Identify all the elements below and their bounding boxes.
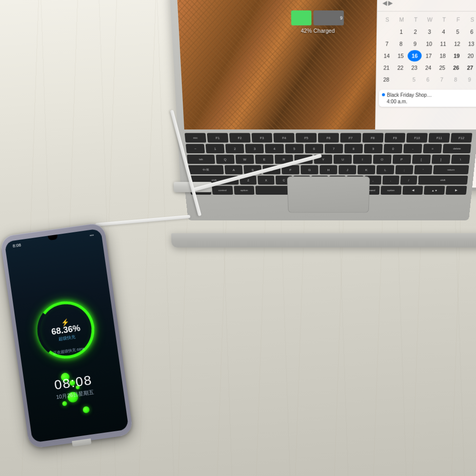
scene: 9 42% Charged ◀ ▶ bbox=[0, 0, 476, 476]
event-text: Black Friday Shop… 4:00 a.m. bbox=[387, 92, 432, 105]
cal-header-f: F bbox=[451, 14, 466, 26]
key: ; bbox=[395, 165, 413, 174]
key: F10 bbox=[407, 133, 428, 142]
cal-day: 26 bbox=[449, 62, 463, 73]
key: A bbox=[225, 165, 243, 174]
cal-day-today: 16 bbox=[407, 50, 422, 61]
key: P bbox=[392, 155, 411, 164]
cal-day: 1 bbox=[394, 26, 408, 37]
cal-day: 7 bbox=[435, 74, 449, 85]
cal-week-3: 14 15 16 17 18 19 20 bbox=[379, 50, 476, 61]
cal-day bbox=[393, 74, 407, 85]
cal-day: 15 bbox=[394, 50, 408, 61]
key: esc bbox=[185, 133, 206, 142]
macbook-keyboard-area: esc F1 F2 F3 F4 F5 F6 F7 F8 F9 F10 F11 F… bbox=[178, 129, 476, 220]
cal-day: 6 bbox=[465, 26, 476, 37]
key: 5 bbox=[285, 144, 303, 153]
key: F3 bbox=[251, 133, 273, 142]
key: 3 bbox=[245, 144, 264, 153]
key: G bbox=[301, 165, 318, 174]
key: F11 bbox=[428, 133, 450, 142]
event-title: Black Friday Shop… bbox=[387, 92, 432, 99]
cal-day: 10 bbox=[422, 38, 436, 50]
phone-status-time: 8:08 bbox=[12, 243, 21, 248]
key: 7 bbox=[325, 144, 343, 153]
key-row-1: esc F1 F2 F3 F4 F5 F6 F7 F8 F9 F10 F11 F… bbox=[185, 133, 472, 142]
key-arrow: ▶ bbox=[446, 186, 467, 195]
cal-day: 8 bbox=[394, 38, 408, 50]
cal-day: 22 bbox=[393, 62, 407, 73]
key: E bbox=[255, 155, 274, 164]
cal-day: 20 bbox=[463, 50, 476, 61]
cal-day: 23 bbox=[407, 62, 421, 73]
cal-day: 11 bbox=[436, 38, 450, 50]
cal-day: 7 bbox=[380, 38, 394, 50]
key: 8 bbox=[344, 144, 363, 153]
key: F12 bbox=[451, 133, 472, 142]
event-dot bbox=[382, 93, 385, 96]
key-arrow: ◀ bbox=[402, 186, 423, 195]
cal-week-4: 21 22 23 24 25 26 27 bbox=[379, 62, 476, 73]
key-delete: delete bbox=[443, 144, 471, 153]
battery-gray-text: 9 bbox=[340, 15, 342, 20]
key: Q bbox=[216, 155, 235, 164]
calendar-header: ◀ ▶ bbox=[377, 0, 476, 11]
cal-day: 3 bbox=[422, 26, 436, 37]
key: 0 bbox=[384, 144, 402, 153]
key: ~ bbox=[186, 144, 205, 153]
cal-day: 4 bbox=[436, 26, 451, 37]
battery-gray-segment: 9 bbox=[314, 10, 344, 25]
cal-day: 28 bbox=[379, 74, 394, 85]
macbook: 9 42% Charged ◀ ▶ bbox=[152, 0, 476, 324]
cal-day: 12 bbox=[450, 38, 465, 50]
key: 2 bbox=[225, 144, 244, 153]
key: ] bbox=[431, 155, 450, 164]
cal-day: 14 bbox=[379, 50, 394, 61]
event-time: 4:00 a.m. bbox=[387, 98, 432, 105]
cal-day: 21 bbox=[379, 62, 394, 73]
cal-day: 27 bbox=[463, 62, 476, 73]
key-shift-r: shift bbox=[418, 176, 468, 185]
key: - bbox=[403, 144, 422, 153]
key-return: return bbox=[433, 165, 469, 174]
macbook-base bbox=[171, 233, 476, 248]
calendar-month: ◀ ▶ bbox=[383, 0, 476, 7]
key: F4 bbox=[274, 133, 295, 142]
key-tab: tab bbox=[187, 155, 215, 164]
cal-day: 18 bbox=[436, 50, 450, 61]
battery-charging-text: 42% Charged bbox=[301, 28, 335, 34]
key: L bbox=[377, 165, 395, 174]
key: F1 bbox=[207, 133, 228, 142]
key: = bbox=[423, 144, 442, 153]
cal-day: 5 bbox=[407, 74, 421, 85]
key: I bbox=[353, 155, 372, 164]
key: W bbox=[235, 155, 254, 164]
cal-header-t: T bbox=[408, 14, 423, 26]
battery-overlay: 9 42% Charged bbox=[291, 10, 344, 34]
key: 6 bbox=[305, 144, 323, 153]
calendar-day-headers: S M T W T F S bbox=[380, 14, 476, 26]
key: 9 bbox=[364, 144, 383, 153]
key: J bbox=[338, 165, 356, 174]
cal-day: 25 bbox=[435, 62, 449, 73]
key: / bbox=[400, 176, 417, 185]
key: \ bbox=[451, 155, 470, 164]
key: K bbox=[357, 165, 375, 174]
cal-day: 8 bbox=[448, 74, 463, 85]
battery-green-segment bbox=[291, 10, 312, 25]
key: 1 bbox=[206, 144, 225, 153]
key: F6 bbox=[318, 133, 339, 142]
cal-day bbox=[380, 26, 394, 37]
cal-header-s: S bbox=[380, 14, 395, 26]
key: F9 bbox=[384, 133, 406, 142]
key: F5 bbox=[296, 133, 317, 142]
key: ' bbox=[414, 165, 432, 174]
cal-day: 17 bbox=[421, 50, 436, 61]
cal-week-5: 28 5 6 7 8 9 bbox=[379, 74, 476, 85]
cal-header-m: M bbox=[394, 14, 408, 26]
calendar-grid: S M T W T F S 1 bbox=[376, 11, 476, 88]
key-row-2: ~ 1 2 3 4 5 6 7 8 9 0 - = delete bbox=[186, 144, 471, 153]
key: H bbox=[319, 165, 337, 174]
key: F8 bbox=[362, 133, 383, 142]
cal-header-t2: T bbox=[436, 14, 451, 26]
